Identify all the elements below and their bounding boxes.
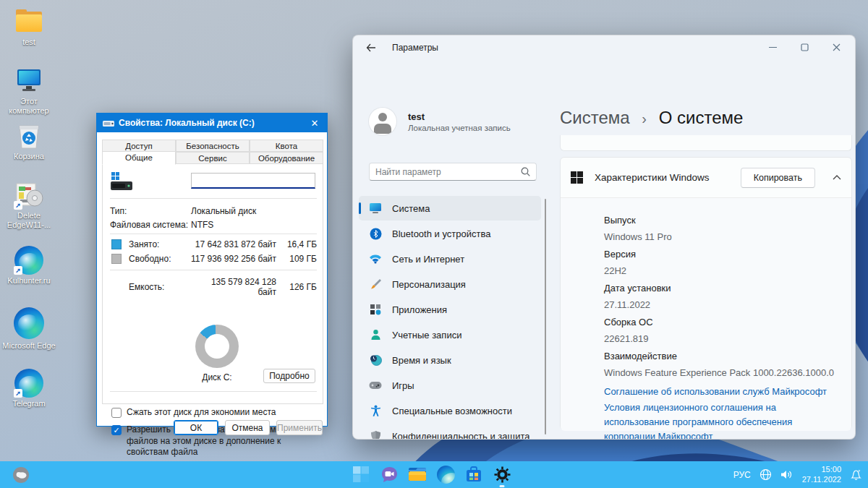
desktop-icon-recycle-bin[interactable]: Корзина bbox=[1, 121, 56, 161]
back-icon[interactable] bbox=[359, 37, 383, 59]
shortcut-arrow-icon: ➚ bbox=[14, 389, 22, 398]
account-type: Локальная учетная запись bbox=[408, 124, 511, 132]
capacity-row: Емкость: 135 579 824 128 байт 126 ГБ bbox=[111, 277, 317, 297]
notification-bell-icon[interactable]: z bbox=[850, 468, 862, 481]
services-agreement-link[interactable]: Соглашение об использовании служб Майкро… bbox=[604, 385, 841, 399]
computer-icon bbox=[14, 67, 44, 95]
desktop-icon-test[interactable]: test bbox=[1, 7, 56, 47]
desktop-icon-label: Telegram bbox=[12, 399, 45, 408]
app-shortcut-icon: ➚ bbox=[14, 181, 44, 210]
tab-page-general: Тип: Локальный диск Файловая система: NT… bbox=[102, 164, 323, 404]
privacy-icon bbox=[369, 429, 382, 440]
desktop-icon-label: Kulhunter.ru bbox=[7, 276, 50, 286]
search-icon bbox=[521, 167, 530, 176]
desktop-icon-kulhunter[interactable]: ➚ Kulhunter.ru bbox=[1, 246, 56, 286]
tab-tools[interactable]: Сервис bbox=[176, 152, 250, 164]
active-app-indicator bbox=[500, 485, 505, 487]
accessibility-icon bbox=[369, 404, 382, 417]
personalization-icon bbox=[369, 278, 382, 291]
desktop-icon-this-pc[interactable]: Этот компьютер bbox=[1, 67, 56, 115]
spec-card-body: Выпуск Windows 11 Pro Версия 22H2 Дата у… bbox=[561, 198, 851, 431]
sidebar-item-accounts[interactable]: Учетные записи bbox=[359, 322, 541, 347]
sidebar-item-time-language[interactable]: Время и язык bbox=[359, 348, 541, 372]
checkbox-checked-icon[interactable]: ✓ bbox=[111, 425, 122, 435]
cancel-button[interactable]: Отмена bbox=[225, 420, 270, 435]
apply-button[interactable]: Применить bbox=[276, 420, 323, 435]
tab-quota[interactable]: Квота bbox=[250, 140, 323, 152]
tab-hardware[interactable]: Оборудование bbox=[250, 152, 323, 164]
desktop-icon-label: Этот компьютер bbox=[2, 97, 56, 115]
spec-value: Windows Feature Experience Pack 1000.226… bbox=[604, 367, 841, 378]
search-input[interactable] bbox=[375, 167, 521, 177]
desktop-icon-delete-edge[interactable]: ➚ Delete EdgeW11-... bbox=[1, 181, 56, 229]
store-icon[interactable] bbox=[464, 465, 483, 484]
spec-value: 22H2 bbox=[604, 265, 841, 276]
spec-label: Сборка ОС bbox=[604, 317, 841, 328]
edge-shortcut-icon: ➚ bbox=[14, 369, 44, 398]
compress-checkbox[interactable]: Сжать этот диск для экономии места bbox=[111, 407, 318, 419]
details-button[interactable]: Подробно bbox=[263, 369, 315, 383]
sidebar-item-bluetooth[interactable]: Bluetooth и устройства bbox=[359, 221, 541, 246]
type-label: Тип: bbox=[110, 206, 191, 216]
spec-label: Дата установки bbox=[604, 283, 841, 294]
close-icon[interactable]: ✕ bbox=[308, 118, 321, 129]
breadcrumb-system[interactable]: Система bbox=[560, 108, 630, 127]
desktop-icon-edge[interactable]: Microsoft Edge bbox=[1, 307, 56, 351]
chevron-up-icon[interactable] bbox=[833, 175, 841, 180]
tab-general[interactable]: Общие bbox=[102, 151, 176, 165]
sidebar-item-network[interactable]: Сеть и Интернет bbox=[359, 247, 541, 271]
sidebar-item-accessibility[interactable]: Специальные возможности bbox=[359, 398, 541, 423]
spec-value: 27.11.2022 bbox=[604, 299, 841, 310]
network-icon bbox=[369, 252, 382, 265]
tab-access[interactable]: Доступ bbox=[102, 140, 176, 152]
sidebar-item-system[interactable]: Система bbox=[359, 196, 541, 221]
spec-card-header[interactable]: Характеристики Windows Копировать bbox=[561, 158, 851, 198]
spec-label: Взаимодействие bbox=[604, 351, 841, 361]
dialog-titlebar[interactable]: Свойства: Локальный диск (C:) ✕ bbox=[97, 114, 327, 132]
sidebar-item-gaming[interactable]: Игры bbox=[359, 373, 541, 398]
ok-button[interactable]: ОК bbox=[174, 420, 218, 435]
chevron-right-icon: › bbox=[642, 111, 647, 127]
apps-icon bbox=[369, 303, 382, 316]
clock[interactable]: 15:00 27.11.2022 bbox=[802, 465, 841, 485]
sidebar-item-apps[interactable]: Приложения bbox=[359, 297, 541, 322]
start-icon[interactable] bbox=[352, 465, 370, 484]
settings-gear-icon[interactable] bbox=[493, 465, 511, 484]
checkbox-unchecked-icon[interactable] bbox=[111, 408, 122, 418]
edge-icon[interactable] bbox=[436, 465, 455, 484]
tray-time: 15:00 bbox=[821, 465, 841, 474]
spec-label: Версия bbox=[604, 249, 841, 260]
gaming-icon bbox=[369, 379, 382, 392]
tab-security[interactable]: Безопасность bbox=[176, 140, 250, 152]
account-header[interactable]: test Локальная учетная запись bbox=[369, 108, 511, 135]
network-tray-icon[interactable] bbox=[760, 468, 772, 481]
windows-specifications-card: Характеристики Windows Копировать Выпуск… bbox=[560, 157, 852, 430]
language-indicator[interactable]: РУС bbox=[733, 470, 751, 480]
desktop-icon-label: test bbox=[22, 38, 35, 47]
avatar bbox=[369, 108, 396, 135]
chat-icon[interactable] bbox=[380, 465, 399, 484]
breadcrumb: Система › О системе bbox=[560, 108, 743, 128]
sidebar-item-privacy[interactable]: Конфиденциальность и защита bbox=[359, 424, 541, 440]
settings-app-title: Параметры bbox=[392, 43, 438, 53]
svg-text:z: z bbox=[858, 468, 860, 473]
volume-icon[interactable] bbox=[780, 469, 793, 480]
shortcut-arrow-icon: ➚ bbox=[14, 266, 22, 275]
drive-icon bbox=[103, 119, 114, 127]
taskbar: РУС 15:00 27.11.2022 z bbox=[0, 461, 868, 488]
sidebar-scrollbar[interactable] bbox=[545, 199, 546, 435]
widgets-icon[interactable] bbox=[12, 466, 30, 484]
used-space-row: Занято: 17 642 831 872 байт 16,4 ГБ bbox=[111, 239, 317, 249]
volume-label-input[interactable] bbox=[191, 173, 315, 189]
scrolled-card-edge bbox=[560, 135, 852, 151]
filesystem-value: NTFS bbox=[191, 220, 213, 230]
copy-button[interactable]: Копировать bbox=[741, 168, 815, 188]
desktop-icon-label: Microsoft Edge bbox=[2, 341, 55, 351]
free-space-row: Свободно: 117 936 992 256 байт 109 ГБ bbox=[111, 254, 317, 264]
sidebar-item-personalization[interactable]: Персонализация bbox=[359, 272, 541, 296]
file-explorer-icon[interactable] bbox=[408, 465, 427, 484]
license-terms-link[interactable]: Условия лицензионного соглашения на испо… bbox=[604, 401, 841, 440]
disk-properties-dialog: Свойства: Локальный диск (C:) ✕ Доступ Б… bbox=[96, 113, 328, 427]
settings-search-box[interactable] bbox=[369, 163, 537, 181]
desktop-icon-telegram[interactable]: ➚ Telegram bbox=[1, 369, 56, 408]
